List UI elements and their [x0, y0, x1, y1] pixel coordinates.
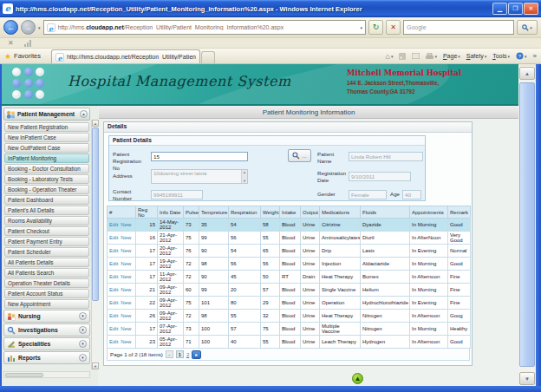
expand-icon[interactable]: ▼ — [79, 326, 87, 334]
grid-column-header[interactable]: # — [108, 206, 136, 219]
grid-column-header[interactable]: Remark — [448, 206, 471, 219]
grid-column-header[interactable]: Output — [301, 206, 320, 219]
grid-column-header[interactable]: Reg No — [136, 206, 158, 219]
sidebar-item[interactable]: Patient's All Details — [4, 206, 89, 215]
grid-column-header[interactable]: Respiration — [229, 206, 261, 219]
grid-column-header[interactable]: Tempreture — [199, 206, 229, 219]
new-link[interactable]: New — [121, 261, 131, 266]
edit-link[interactable]: Edit — [109, 287, 118, 292]
toolbar-overflow-chevron[interactable]: » — [533, 52, 537, 60]
new-link[interactable]: New — [121, 326, 131, 331]
sidebar-item[interactable]: Patient Checkout — [4, 226, 89, 236]
restore-button[interactable]: ❐ — [508, 3, 523, 15]
scroll-down-icon[interactable]: ▼ — [92, 363, 99, 369]
history-dropdown-icon[interactable]: ▾ — [38, 25, 41, 30]
edit-link[interactable]: Edit — [109, 222, 118, 227]
new-link[interactable]: New — [121, 274, 131, 279]
grid-column-header[interactable]: Weight — [261, 206, 280, 219]
sidebar-section-patient-management[interactable]: Patient Management ▲ — [3, 108, 90, 121]
sidebar-item[interactable]: Patient Payment Entry — [4, 237, 89, 246]
read-mail-button[interactable] — [412, 53, 420, 59]
menu-page[interactable]: Page▾ — [443, 53, 460, 59]
grid-column-header[interactable]: Pulse — [184, 206, 199, 219]
sidebar-section-nursing[interactable]: Nursing▼ — [3, 310, 90, 323]
menu-tools[interactable]: Tools▾ — [492, 53, 510, 59]
back-button[interactable]: ← — [3, 20, 18, 35]
sidebar-item[interactable]: New OutPatient Case — [4, 143, 89, 153]
print-button[interactable]: ▾ — [426, 53, 437, 60]
scrollbar-thumb[interactable] — [519, 82, 535, 367]
grid-column-header[interactable]: Info Date — [158, 206, 184, 219]
sidebar-item[interactable]: Patient Account Status — [4, 289, 89, 298]
sidebar-section-reports[interactable]: Reports▼ — [3, 351, 90, 364]
sidebar-item[interactable]: Patient Scheduler — [4, 247, 89, 257]
new-link[interactable]: New — [121, 300, 131, 305]
edit-link[interactable]: Edit — [109, 326, 118, 331]
sidebar-item[interactable]: New Patient Registration — [4, 122, 89, 132]
sidebar-item[interactable]: All Patients Details — [4, 258, 89, 267]
collapse-icon[interactable]: ▲ — [80, 110, 88, 118]
forward-button[interactable]: → — [21, 20, 36, 35]
browser-scrollbar[interactable]: ▲ ▼ — [518, 66, 536, 386]
sidebar-section-specialities[interactable]: Specialities▼ — [3, 337, 90, 350]
scroll-up-icon[interactable]: ▲ — [92, 120, 99, 127]
address-input[interactable]: e http://hms.cloudapp.net/Reception_Util… — [43, 20, 366, 35]
patient-search-button[interactable]: ... — [288, 149, 311, 162]
grid-column-header[interactable]: Intake — [280, 206, 301, 219]
search-options-icon[interactable]: ▾ — [530, 25, 532, 30]
sidebar-item[interactable]: Booking - Laboratory Tests — [4, 174, 89, 184]
sidebar-item[interactable]: Rooms Availability — [4, 216, 89, 225]
sidebar-item[interactable]: New Appointment — [4, 299, 89, 309]
help-button[interactable]: ?▾ — [516, 52, 527, 60]
menu-safety[interactable]: Safety▾ — [466, 53, 486, 59]
grid-column-header[interactable]: Fluids — [361, 206, 410, 219]
search-input[interactable]: Google — [403, 20, 514, 35]
pager-page-2-link[interactable]: 2 — [186, 351, 189, 357]
sidebar-item[interactable]: Booking - Doctor Consultation — [4, 164, 89, 173]
pager-next-button[interactable]: ▸ — [192, 350, 201, 359]
edit-link[interactable]: Edit — [109, 248, 118, 253]
pager-first-icon[interactable]: « — [166, 350, 173, 358]
scroll-down-icon[interactable]: ▼ — [519, 372, 535, 385]
feeds-button[interactable] — [399, 53, 406, 60]
scroll-up-icon[interactable]: ▲ — [519, 67, 535, 80]
sidebar-item[interactable]: New InPatient Case — [4, 133, 89, 142]
new-link[interactable]: New — [121, 339, 131, 344]
reg-no-input[interactable] — [151, 152, 248, 161]
edit-link[interactable]: Edit — [109, 261, 118, 266]
close-button[interactable]: ✕ — [524, 3, 538, 15]
expand-icon[interactable]: ▼ — [79, 340, 87, 348]
refresh-button[interactable]: ↻ — [368, 20, 383, 35]
browser-tab[interactable]: e http://hms.cloudapp.net/Reception_Util… — [51, 49, 200, 63]
scrollbar-thumb[interactable] — [92, 127, 99, 301]
sidebar-item[interactable]: Patient Dashboard — [4, 195, 89, 205]
edit-link[interactable]: Edit — [109, 300, 118, 305]
minimize-button[interactable]: ▁ — [492, 3, 507, 15]
new-link[interactable]: New — [121, 222, 131, 227]
grid-column-header[interactable]: Appointments — [410, 206, 448, 219]
sidebar-section-investigations[interactable]: Investigations▼ — [3, 323, 90, 336]
sidebar-item[interactable]: InPatient Monitoring — [4, 154, 89, 163]
new-link[interactable]: New — [121, 235, 131, 240]
sidebar-item[interactable]: Operation Theater Details — [4, 278, 89, 288]
home-button[interactable]: ⌂▾ — [385, 52, 393, 61]
address-dropdown-icon[interactable]: ▾ — [360, 25, 362, 30]
scroll-to-top-button[interactable]: ▲ — [352, 373, 363, 384]
expand-icon[interactable]: ▼ — [79, 354, 87, 362]
edit-link[interactable]: Edit — [109, 274, 118, 279]
new-tab-stub[interactable] — [201, 51, 215, 63]
edit-link[interactable]: Edit — [109, 313, 118, 318]
favorites-button[interactable]: ★ Favorites — [4, 49, 41, 63]
new-link[interactable]: New — [121, 313, 131, 318]
sidebar-item[interactable]: Booking - Operation Theater — [4, 185, 89, 194]
new-link[interactable]: New — [121, 248, 131, 253]
stop-button[interactable]: ✕ — [386, 20, 401, 35]
sidebar-scrollbar[interactable]: ▲ ▼ — [91, 120, 98, 369]
expand-icon[interactable]: ▼ — [79, 312, 87, 320]
new-link[interactable]: New — [121, 287, 131, 292]
sidebar-hscrollbar[interactable] — [3, 371, 90, 378]
grid-column-header[interactable]: Medications — [320, 206, 361, 219]
edit-link[interactable]: Edit — [109, 235, 118, 240]
search-button[interactable]: ▾ — [517, 20, 538, 35]
sidebar-item[interactable]: All Patients Search — [4, 268, 89, 278]
